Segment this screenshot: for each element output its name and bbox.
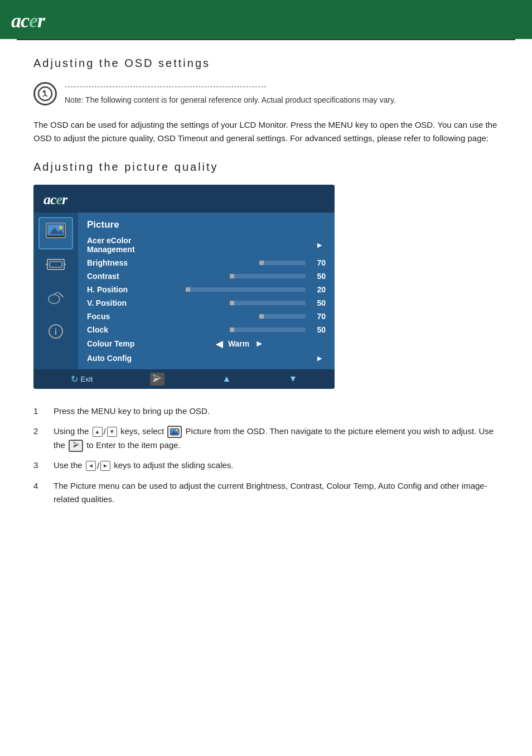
step-3-num: 3 (33, 459, 45, 473)
osd-cursor-focus (259, 314, 264, 319)
note-body: Note: The following content is for gener… (65, 95, 396, 104)
osd-sidebar: i (33, 213, 78, 369)
acer-logo: acer (11, 9, 45, 32)
osd-cursor-hposition (186, 287, 190, 292)
osd-label-hposition: H. Position (87, 285, 154, 294)
left-arrow-key: ◄ (86, 461, 96, 471)
osd-row-hposition: H. Position 20 (87, 283, 326, 296)
osd-logo: acer (43, 190, 325, 208)
osd-footer-enter: ⮚ (150, 373, 165, 386)
intro-paragraph: The OSD can be used for adjusting the se… (33, 118, 499, 145)
step-4: 4 The Picture menu can be used to adjust… (33, 479, 499, 506)
osd-fill-vposition (158, 301, 232, 305)
enter-inline-icon: ⮚ (69, 440, 83, 452)
svg-point-5 (59, 226, 62, 229)
osd-footer-exit-label: Exit (81, 375, 93, 383)
sidebar-item-info[interactable]: i (38, 317, 73, 350)
enter-icon: ⮚ (150, 373, 165, 386)
osd-fill-focus (158, 314, 262, 319)
osd-value-clock: 50 (310, 325, 326, 334)
page-header: acer (0, 0, 532, 39)
osd-header: acer (33, 185, 335, 213)
steps-list: 1 Press the MENU key to bring up the OSD… (33, 405, 499, 506)
left-right-arrows: ◄ / ► (86, 459, 110, 473)
osd-cursor-clock (230, 328, 234, 332)
svg-point-1 (44, 90, 45, 92)
osd-body: i Picture Acer eColor Management ► (33, 213, 335, 369)
osd-cursor-brightness (259, 261, 264, 265)
osd-cursor-contrast (230, 274, 234, 278)
osd-arrow-ecolor: ► (154, 240, 326, 249)
arrow-left-colourtemp: ◀ (216, 339, 223, 349)
sidebar-item-picture[interactable] (38, 217, 73, 249)
exit-icon: ↻ (71, 374, 78, 384)
osd-row-colourtemp: Colour Temp ◀ Warm ► (87, 336, 326, 351)
osd-colourtemp-value: Warm (228, 339, 249, 348)
osd-label-clock: Clock (87, 325, 154, 334)
picture-icon (45, 222, 66, 244)
main-content: Adjusting the OSD settings -------------… (0, 40, 532, 529)
osd-label-brightness: Brightness (87, 258, 154, 267)
osd-row-contrast: Contrast 50 (87, 269, 326, 283)
osd-label-contrast: Contrast (87, 272, 154, 281)
osd-menu: acer (33, 185, 335, 389)
svg-point-12 (49, 295, 60, 304)
osd-fill-hposition (158, 287, 188, 292)
heading-picture-quality: Adjusting the picture quality (33, 161, 499, 174)
note-icon (33, 82, 57, 105)
osd-value-hposition: 20 (310, 285, 326, 294)
sidebar-item-color[interactable] (38, 284, 73, 316)
note-box: ----------------------------------------… (33, 81, 499, 106)
svg-rect-7 (50, 262, 62, 267)
osd-main: Picture Acer eColor Management ► Brightn… (78, 213, 335, 369)
color-icon (45, 289, 66, 311)
osd-row-focus: Focus 70 (87, 310, 326, 323)
osd-value-vposition: 50 (310, 298, 326, 307)
arrow-right-colourtemp: ► (255, 339, 264, 349)
step-1-num: 1 (33, 405, 45, 418)
osd-slider-vposition (158, 301, 306, 305)
note-dashes: ----------------------------------------… (65, 81, 396, 92)
osd-label-colourtemp: Colour Temp (87, 339, 154, 348)
down-icon: ▼ (289, 374, 298, 384)
osd-row-autoconfig: Auto Config ► (87, 351, 326, 365)
svg-text:i: i (55, 327, 57, 336)
note-content: ----------------------------------------… (65, 81, 396, 106)
osd-slider-clock (158, 328, 306, 332)
osd-section-title: Picture (87, 219, 326, 230)
step-2-content: Using the ▲ / ▼ keys, select Picture fro… (54, 425, 499, 452)
geometry-icon (45, 256, 66, 277)
osd-value-contrast: 50 (310, 272, 326, 281)
step-1: 1 Press the MENU key to bring up the OSD… (33, 405, 499, 418)
osd-value-brightness: 70 (310, 258, 326, 267)
osd-row-vposition: V. Position 50 (87, 296, 326, 310)
osd-fill-contrast (158, 274, 232, 278)
up-icon: ▲ (223, 374, 231, 384)
osd-label-ecolor: Acer eColor Management (87, 236, 154, 254)
osd-fill-brightness (158, 261, 262, 265)
sidebar-item-geometry[interactable] (38, 251, 73, 283)
osd-slider-focus (158, 314, 306, 319)
step-4-content: The Picture menu can be used to adjust t… (54, 479, 499, 506)
osd-slider-contrast (158, 274, 306, 278)
osd-value-focus: 70 (310, 312, 326, 321)
osd-row-clock: Clock 50 (87, 323, 326, 336)
osd-label-focus: Focus (87, 312, 154, 321)
step-4-num: 4 (33, 479, 45, 506)
step-1-content: Press the MENU key to bring up the OSD. (54, 405, 499, 418)
osd-footer: ↻ Exit ⮚ ▲ ▼ (33, 369, 335, 389)
down-arrow-key: ▼ (107, 427, 117, 437)
up-arrow-key: ▲ (93, 427, 103, 437)
osd-row-brightness: Brightness 70 (87, 256, 326, 269)
heading-osd-settings: Adjusting the OSD settings (33, 57, 499, 70)
osd-fill-clock (158, 328, 232, 332)
osd-slider-hposition (158, 287, 306, 292)
info-icon: i (45, 322, 66, 344)
step-2-num: 2 (33, 425, 45, 452)
osd-label-vposition: V. Position (87, 298, 154, 307)
picture-inline-icon (167, 426, 182, 438)
osd-selector-colourtemp: ◀ Warm ► (154, 339, 326, 349)
step-3-content: Use the ◄ / ► keys to adjust the sliding… (54, 459, 499, 473)
osd-cursor-vposition (230, 301, 234, 305)
osd-footer-up: ▲ (223, 374, 231, 384)
